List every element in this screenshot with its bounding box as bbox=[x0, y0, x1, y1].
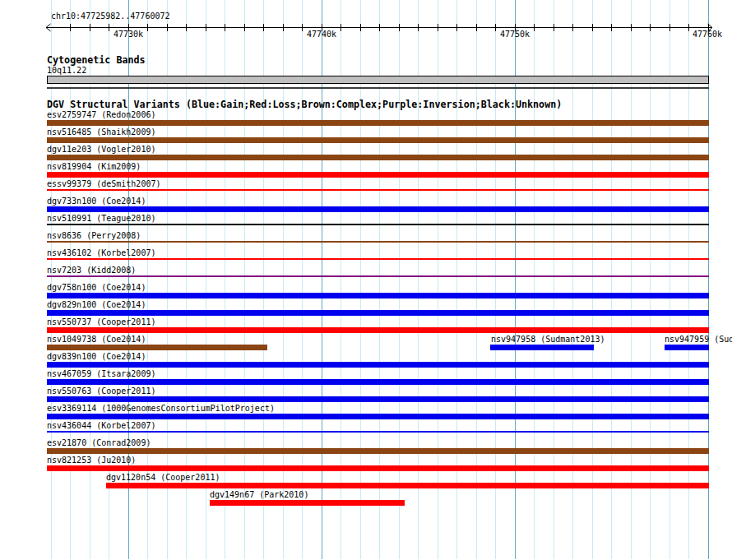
minor-gridline bbox=[495, 0, 496, 559]
variant-label[interactable]: nsv436044 (Korbel2007) bbox=[47, 421, 155, 431]
minor-gridline bbox=[379, 0, 380, 559]
variant-label[interactable]: nsv947959 (Sudmant2013) bbox=[665, 335, 732, 345]
ruler-tick bbox=[592, 24, 593, 31]
variant-bar[interactable] bbox=[106, 483, 709, 488]
ruler-tick bbox=[438, 24, 438, 31]
variant-label[interactable]: dgv829n100 (Coe2014) bbox=[47, 300, 146, 310]
variant-bar[interactable] bbox=[47, 241, 709, 243]
variant-bar[interactable] bbox=[47, 155, 709, 160]
variant-bar[interactable] bbox=[47, 465, 709, 471]
variant-bar[interactable] bbox=[47, 396, 709, 402]
major-gridline bbox=[515, 0, 516, 559]
minor-gridline bbox=[51, 0, 52, 559]
variant-bar[interactable] bbox=[47, 362, 709, 368]
variant-label[interactable]: nsv510991 (Teague2010) bbox=[47, 214, 155, 224]
minor-gridline bbox=[688, 0, 689, 559]
ruler-coordinate-label: 47740k bbox=[307, 30, 336, 39]
variant-bar[interactable] bbox=[47, 206, 709, 212]
minor-gridline bbox=[244, 0, 245, 559]
ruler-tick bbox=[476, 24, 477, 31]
ruler-tick bbox=[572, 24, 573, 31]
minor-gridline bbox=[263, 0, 264, 559]
variant-label[interactable]: esv2759747 (Redon2006) bbox=[47, 110, 155, 120]
ruler-tick bbox=[167, 24, 168, 31]
variant-label[interactable]: nsv436102 (Korbel2007) bbox=[47, 248, 155, 258]
minor-gridline bbox=[225, 0, 225, 559]
variant-bar[interactable] bbox=[47, 379, 709, 385]
ruler-tick bbox=[109, 24, 109, 31]
region-title: chr10:47725982..47760072 bbox=[51, 12, 170, 21]
ruler-tick bbox=[244, 24, 245, 31]
major-gridline bbox=[322, 0, 322, 559]
genome-browser-panel: chr10:47725982..47760072 47730k47740k477… bbox=[0, 0, 732, 560]
ruler-tick bbox=[611, 24, 612, 31]
variant-bar[interactable] bbox=[47, 310, 709, 316]
variant-bar[interactable] bbox=[47, 414, 709, 419]
variant-label[interactable]: dgv1120n54 (Cooper2011) bbox=[106, 473, 220, 483]
variant-label[interactable]: esv3369114 (1000GenomesConsortiumPilotPr… bbox=[47, 404, 275, 414]
variant-bar[interactable] bbox=[47, 293, 709, 299]
variant-label[interactable]: esv21870 (Conrad2009) bbox=[47, 438, 151, 448]
minor-gridline bbox=[302, 0, 303, 559]
ruler-tick bbox=[456, 24, 457, 31]
variant-bar[interactable] bbox=[47, 345, 267, 350]
ruler-tick bbox=[225, 24, 225, 31]
minor-gridline bbox=[456, 0, 457, 559]
cytogenetic-section-title: Cytogenetic Bands bbox=[47, 55, 146, 66]
minor-gridline bbox=[360, 0, 361, 559]
variant-label[interactable]: nsv516485 (Shaikh2009) bbox=[47, 127, 155, 137]
minor-gridline bbox=[283, 0, 284, 559]
minor-gridline bbox=[611, 0, 612, 559]
variant-bar[interactable] bbox=[47, 258, 709, 260]
ruler-tick bbox=[534, 24, 535, 31]
ruler-tick bbox=[70, 24, 71, 31]
variant-bar[interactable] bbox=[47, 224, 709, 225]
variant-bar[interactable] bbox=[490, 345, 594, 350]
variant-bar[interactable] bbox=[47, 137, 709, 143]
ruler-tick bbox=[495, 24, 496, 31]
variant-label[interactable]: dgv149n67 (Park2010) bbox=[210, 490, 308, 500]
variant-bar[interactable] bbox=[47, 275, 709, 277]
major-gridline bbox=[708, 0, 709, 559]
variant-bar[interactable] bbox=[665, 345, 709, 350]
cytoband-divider bbox=[47, 87, 709, 89]
ruler-tick bbox=[283, 24, 284, 31]
variant-bar[interactable] bbox=[47, 431, 709, 433]
variant-label[interactable]: dgv839n100 (Coe2014) bbox=[47, 352, 146, 362]
minor-gridline bbox=[631, 0, 632, 559]
variant-label[interactable]: nsv7203 (Kidd2008) bbox=[47, 266, 136, 275]
cytoband-bar[interactable] bbox=[47, 76, 709, 84]
ruler-coordinate-label: 47730k bbox=[114, 30, 143, 39]
variant-label[interactable]: dgv11e203 (Vogler2010) bbox=[47, 145, 155, 155]
cytoband-label: 10q11.22 bbox=[47, 66, 86, 76]
variant-label[interactable]: nsv467059 (Itsara2009) bbox=[47, 369, 155, 379]
variant-bar[interactable] bbox=[210, 500, 405, 506]
minor-gridline bbox=[438, 0, 438, 559]
ruler-tick bbox=[554, 24, 554, 31]
variant-label[interactable]: nsv947958 (Sudmant2013) bbox=[491, 335, 605, 345]
minor-gridline bbox=[476, 0, 477, 559]
variant-label[interactable]: essv99379 (deSmith2007) bbox=[47, 179, 160, 189]
minor-gridline bbox=[534, 0, 535, 559]
variant-label[interactable]: nsv550737 (Cooper2011) bbox=[47, 317, 155, 327]
variant-bar[interactable] bbox=[47, 189, 709, 191]
variant-bar[interactable] bbox=[47, 327, 709, 333]
ruler-tick bbox=[631, 24, 632, 31]
ruler-tick bbox=[90, 24, 90, 31]
ruler-coordinate-label: 47760k bbox=[693, 30, 722, 39]
variant-bar[interactable] bbox=[47, 120, 709, 126]
variant-label[interactable]: nsv819904 (Kim2009) bbox=[47, 162, 141, 172]
variant-label[interactable]: dgv733n100 (Coe2014) bbox=[47, 197, 146, 206]
variant-label[interactable]: nsv550763 (Cooper2011) bbox=[47, 386, 155, 396]
variant-bar[interactable] bbox=[47, 172, 709, 178]
minor-gridline bbox=[554, 0, 554, 559]
ruler-tick bbox=[399, 24, 400, 31]
variant-label[interactable]: nsv1049738 (Coe2014) bbox=[47, 335, 146, 345]
dgv-section-title: DGV Structural Variants (Blue:Gain;Red:L… bbox=[47, 100, 562, 110]
variant-bar[interactable] bbox=[47, 448, 709, 454]
ruler-tick bbox=[206, 24, 206, 31]
variant-label[interactable]: nsv8636 (Perry2008) bbox=[47, 231, 141, 241]
variant-label[interactable]: nsv821253 (Ju2010) bbox=[47, 456, 136, 465]
ruler-tick bbox=[669, 24, 670, 31]
variant-label[interactable]: dgv758n100 (Coe2014) bbox=[47, 283, 146, 293]
